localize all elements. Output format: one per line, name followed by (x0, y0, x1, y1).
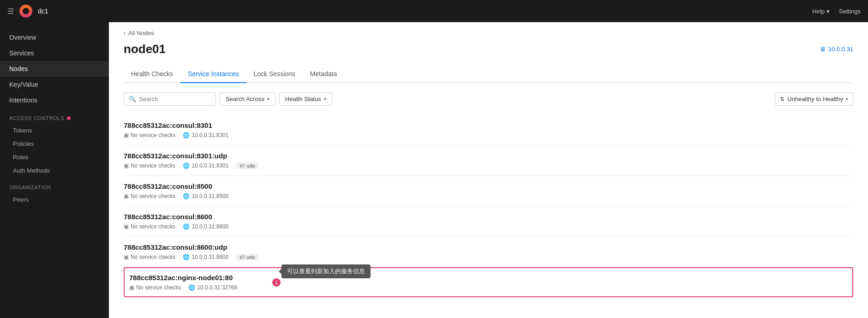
hamburger-icon[interactable]: ☰ (7, 7, 14, 16)
sidebar-item-roles[interactable]: Roles (0, 150, 109, 164)
tab-lock-sessions[interactable]: Lock Sessions (246, 66, 303, 83)
page-header: node01 🖥 10.0.0.31 (124, 42, 853, 56)
address-label: 🌐 10.0.0.31:32768 (188, 284, 237, 291)
sidebar-item-nodes[interactable]: Nodes (0, 61, 109, 77)
server-icon: 🖥 (820, 46, 826, 53)
chevron-down-icon: ▾ (267, 96, 269, 102)
ip-address-badge[interactable]: 🖥 10.0.0.31 (820, 46, 853, 53)
no-checks-label: ▣ No service checks (129, 284, 181, 291)
top-navigation: ☰ dc1 Help ▾ Settings (0, 0, 868, 22)
service-name: 788cc85312ac:consul:8301:udp (124, 152, 853, 160)
sidebar-item-peers[interactable]: Peers (0, 193, 109, 206)
tooltip-bubble: 可以查看到新加入的服务信息 (281, 264, 371, 278)
sort-dropdown[interactable]: ⇅ Unhealthy to Healthy ▾ (775, 92, 853, 106)
chevron-down-icon: ▾ (324, 96, 326, 102)
breadcrumb[interactable]: ‹ All Nodes (124, 30, 853, 36)
sidebar-item-auth-methods[interactable]: Auth Methods (0, 164, 109, 177)
access-controls-alert-dot (67, 116, 71, 120)
service-name: 788cc85312ac:nginx-node01:80 (129, 274, 848, 282)
list-item[interactable]: 788cc85312ac:consul:8600:udp ▣ No servic… (124, 237, 853, 267)
check-icon: ▣ (124, 193, 129, 199)
notification-badge: 1 (272, 278, 281, 287)
nav-left: ☰ dc1 (7, 5, 48, 18)
service-meta: ▣ No service checks 🌐 10.0.0.31:8500 (124, 193, 853, 199)
sidebar-item-intentions[interactable]: Intentions (0, 92, 109, 108)
settings-button[interactable]: Settings (839, 8, 861, 15)
no-checks-label: ▣ No service checks (124, 132, 175, 138)
service-meta: ▣ No service checks 🌐 10.0.0.31:8301 (124, 132, 853, 138)
sidebar: Overview Services Nodes Key/Value Intent… (0, 22, 109, 318)
tag-icon: 🏷 (239, 163, 245, 168)
service-meta: ▣ No service checks 🌐 10.0.0.31:32768 (129, 284, 848, 291)
chevron-down-icon: ▾ (846, 96, 848, 102)
service-name: 788cc85312ac:consul:8500 (124, 182, 853, 190)
organization-section: ORGANIZATION (0, 177, 109, 193)
tag-udp: 🏷 udp (236, 162, 258, 169)
check-icon: ▣ (124, 223, 129, 230)
service-meta: ▣ No service checks 🌐 10.0.0.31:8600 🏷 u… (124, 254, 853, 260)
search-icon: 🔍 (129, 96, 136, 102)
check-icon: ▣ (129, 284, 134, 291)
globe-icon: 🌐 (183, 223, 190, 230)
sidebar-item-tokens[interactable]: Tokens (0, 124, 109, 137)
no-checks-label: ▣ No service checks (124, 254, 175, 260)
no-checks-label: ▣ No service checks (124, 193, 175, 199)
sidebar-item-keyvalue[interactable]: Key/Value (0, 77, 109, 92)
help-button[interactable]: Help ▾ (812, 8, 830, 15)
globe-icon: 🌐 (183, 162, 190, 169)
sidebar-item-policies[interactable]: Policies (0, 137, 109, 150)
tag-icon: 🏷 (239, 254, 245, 260)
filter-bar: 🔍 Search Across ▾ Health Status ▾ ⇅ Unhe… (124, 92, 853, 106)
tab-metadata[interactable]: Metadata (303, 66, 344, 83)
list-item[interactable]: 788cc85312ac:consul:8500 ▣ No service ch… (124, 176, 853, 206)
tab-service-instances[interactable]: Service Instances (180, 66, 246, 83)
list-item[interactable]: 788cc85312ac:consul:8600 ▣ No service ch… (124, 206, 853, 237)
globe-icon: 🌐 (188, 284, 195, 291)
service-meta: ▣ No service checks 🌐 10.0.0.31:8301 🏷 u… (124, 162, 853, 169)
datacenter-label: dc1 (38, 7, 48, 15)
logo-icon (19, 5, 32, 18)
service-meta: ▣ No service checks 🌐 10.0.0.31:8600 (124, 223, 853, 230)
address-label: 🌐 10.0.0.31:8600 (183, 254, 228, 260)
tab-health-checks[interactable]: Health Checks (124, 66, 180, 83)
globe-icon: 🌐 (183, 254, 190, 260)
sort-icon: ⇅ (780, 96, 784, 102)
nav-right: Help ▾ Settings (812, 8, 861, 15)
chevron-down-icon: ▾ (826, 8, 830, 15)
search-across-dropdown[interactable]: Search Across ▾ (220, 92, 275, 106)
list-item-highlighted[interactable]: 788cc85312ac:nginx-node01:80 ▣ No servic… (124, 267, 853, 297)
list-item[interactable]: 788cc85312ac:consul:8301 ▣ No service ch… (124, 115, 853, 145)
page-title: node01 (124, 42, 166, 56)
service-list: 788cc85312ac:consul:8301 ▣ No service ch… (124, 115, 853, 297)
app-layout: Overview Services Nodes Key/Value Intent… (0, 22, 868, 318)
search-box[interactable]: 🔍 (124, 92, 216, 106)
tag-udp: 🏷 udp (236, 254, 258, 260)
tabs-bar: Health Checks Service Instances Lock Ses… (124, 66, 853, 83)
check-icon: ▣ (124, 132, 129, 138)
main-content: ‹ All Nodes node01 🖥 10.0.0.31 Health Ch… (109, 22, 868, 318)
address-label: 🌐 10.0.0.31:8301 (183, 132, 228, 138)
address-label: 🌐 10.0.0.31:8301 (183, 162, 228, 169)
list-item[interactable]: 788cc85312ac:consul:8301:udp ▣ No servic… (124, 145, 853, 176)
service-name: 788cc85312ac:consul:8301 (124, 121, 853, 129)
service-name: 788cc85312ac:consul:8600:udp (124, 243, 853, 251)
sidebar-item-services[interactable]: Services (0, 45, 109, 61)
check-icon: ▣ (124, 254, 129, 260)
health-status-dropdown[interactable]: Health Status ▾ (279, 92, 332, 106)
check-icon: ▣ (124, 162, 129, 169)
no-checks-label: ▣ No service checks (124, 162, 175, 169)
globe-icon: 🌐 (183, 193, 190, 199)
address-label: 🌐 10.0.0.31:8600 (183, 223, 228, 230)
sidebar-item-overview[interactable]: Overview (0, 30, 109, 45)
no-checks-label: ▣ No service checks (124, 223, 175, 230)
address-label: 🌐 10.0.0.31:8500 (183, 193, 228, 199)
globe-icon: 🌐 (183, 132, 190, 138)
access-controls-section: ACCESS CONTROLS (0, 108, 109, 124)
search-input[interactable] (139, 96, 208, 102)
back-arrow-icon: ‹ (124, 30, 126, 36)
service-name: 788cc85312ac:consul:8600 (124, 213, 853, 221)
